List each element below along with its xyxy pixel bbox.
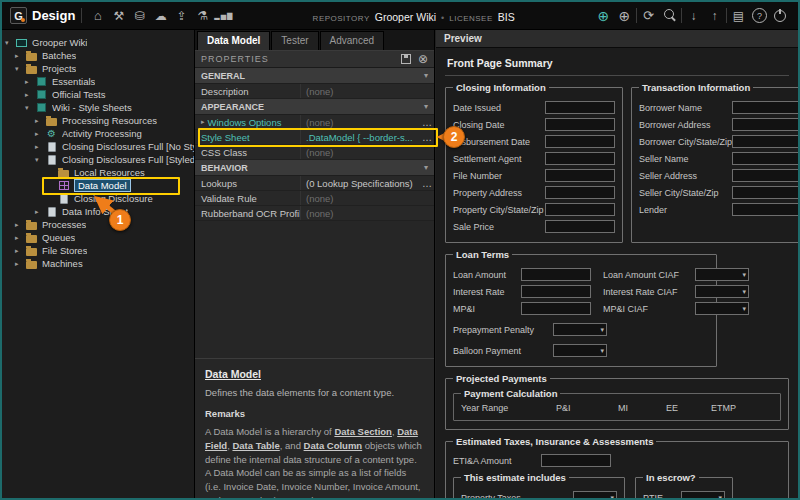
- tools-icon[interactable]: [109, 6, 128, 25]
- interest-rate-input[interactable]: [521, 285, 591, 298]
- tree-item-batches[interactable]: Batches: [2, 49, 194, 62]
- tree-item-closing-disclosures-full-no-style[interactable]: Closing Disclosures Full [No Style]: [2, 140, 194, 153]
- tree-item-wiki-style-sheets[interactable]: Wiki - Style Sheets: [2, 101, 194, 114]
- tree-item-file-stores[interactable]: File Stores: [2, 244, 194, 257]
- layers-icon[interactable]: [729, 6, 748, 25]
- section-behavior[interactable]: BEHAVIOR: [195, 160, 434, 176]
- tree-item-machines[interactable]: Machines: [2, 257, 194, 270]
- ellipsis-button[interactable]: [420, 117, 434, 128]
- close-icon[interactable]: [418, 53, 428, 65]
- section-appearance[interactable]: APPEARANCE: [195, 99, 434, 115]
- closing-date-input[interactable]: [545, 118, 615, 131]
- tab-data-model[interactable]: Data Model: [197, 31, 270, 50]
- cloud-upload-icon[interactable]: [151, 6, 170, 25]
- mpi-ciaf-select[interactable]: [695, 302, 749, 315]
- sale-price-input[interactable]: [545, 220, 615, 233]
- prepayment-penalty-select[interactable]: [553, 323, 607, 336]
- add-icon[interactable]: [594, 6, 613, 25]
- ellipsis-button[interactable]: [420, 178, 434, 189]
- disbursement-date-input[interactable]: [545, 135, 615, 148]
- ellipsis-button[interactable]: [420, 132, 434, 143]
- tree-item-processing-resources[interactable]: Processing Resources: [2, 114, 194, 127]
- help-icon[interactable]: [750, 6, 769, 25]
- search-icon[interactable]: [660, 6, 679, 25]
- tree-item-closing-disclosure[interactable]: Closing Disclosure: [2, 192, 194, 205]
- borrower-name-input[interactable]: [732, 101, 798, 114]
- property-windows-options[interactable]: Windows Options (none): [195, 115, 434, 130]
- property-rubberband-ocr-profile[interactable]: Rubberband OCR Profile (none): [195, 206, 434, 221]
- seller-name-input[interactable]: [732, 152, 798, 165]
- tree-item-data-info-sheet[interactable]: Data Info Sheet: [2, 205, 194, 218]
- seller-city-state-zip-input[interactable]: [732, 186, 798, 199]
- tree-item-projects[interactable]: Projects: [2, 62, 194, 75]
- ptie-select[interactable]: [681, 491, 725, 498]
- licensee-label: LICENSEE: [449, 14, 493, 23]
- tree-item-official-tests[interactable]: Official Tests: [2, 88, 194, 101]
- settlement-agent-input[interactable]: [545, 152, 615, 165]
- property-css-class[interactable]: CSS Class (none): [195, 145, 434, 160]
- save-icon[interactable]: [401, 54, 411, 64]
- balloon-payment-select[interactable]: [553, 344, 607, 357]
- link-data-column[interactable]: Data Column: [304, 440, 363, 451]
- home-icon[interactable]: [88, 6, 107, 25]
- project-icon: [35, 102, 48, 113]
- tree-item-data-model[interactable]: Data Model: [2, 179, 194, 192]
- database-icon[interactable]: [130, 6, 149, 25]
- expand-arrow[interactable]: [25, 101, 35, 114]
- interest-rate-ciaf-select[interactable]: [695, 285, 749, 298]
- power-icon[interactable]: [771, 6, 790, 25]
- link-data-table[interactable]: Data Table: [232, 440, 279, 451]
- property-taxes-select[interactable]: [573, 491, 617, 498]
- date-issued-input[interactable]: [545, 101, 615, 114]
- file-number-input[interactable]: [545, 169, 615, 182]
- tree-item-local-resources[interactable]: Local Resources: [2, 166, 194, 179]
- tree-item-queues[interactable]: Queues: [2, 231, 194, 244]
- stats-chart-icon[interactable]: [214, 6, 233, 25]
- expand-arrow[interactable]: [15, 244, 25, 257]
- property-validate-rule[interactable]: Validate Rule (none): [195, 191, 434, 206]
- expand-arrow[interactable]: [25, 75, 35, 88]
- download-icon[interactable]: [684, 6, 703, 25]
- expand-arrow[interactable]: [15, 49, 25, 62]
- mpi-input[interactable]: [521, 302, 591, 315]
- expand-arrow[interactable]: [25, 88, 35, 101]
- seller-address-input[interactable]: [732, 169, 798, 182]
- flask-icon[interactable]: [193, 6, 212, 25]
- expand-arrow[interactable]: [35, 140, 45, 153]
- add-secondary-icon[interactable]: [615, 6, 634, 25]
- refresh-icon[interactable]: [639, 6, 658, 25]
- expand-arrow[interactable]: [35, 153, 45, 166]
- tree-item-grooper-wiki[interactable]: Grooper Wiki: [2, 36, 194, 49]
- expand-arrow[interactable]: [15, 257, 25, 270]
- expand-arrow[interactable]: [5, 36, 15, 49]
- lender-input[interactable]: [732, 203, 798, 216]
- expand-arrow[interactable]: [15, 231, 25, 244]
- repository-value: Grooper Wiki: [375, 11, 436, 23]
- expand-arrow[interactable]: [15, 62, 25, 75]
- expand-arrow[interactable]: [201, 118, 205, 126]
- property-city-state-zip-input[interactable]: [545, 203, 615, 216]
- expand-arrow[interactable]: [35, 205, 45, 218]
- tree-item-processes[interactable]: Processes: [2, 218, 194, 231]
- property-lookups[interactable]: Lookups (0 Lookup Specifications): [195, 176, 434, 191]
- tree-item-essentials[interactable]: Essentials: [2, 75, 194, 88]
- export-icon[interactable]: [172, 6, 191, 25]
- expand-arrow[interactable]: [15, 218, 25, 231]
- tab-tester[interactable]: Tester: [271, 31, 318, 50]
- loan-amount-input[interactable]: [521, 268, 591, 281]
- section-general[interactable]: GENERAL: [195, 68, 434, 84]
- tree-item-closing-disclosures-full-styled[interactable]: Closing Disclosures Full [Styled]: [2, 153, 194, 166]
- upload-icon[interactable]: [705, 6, 724, 25]
- property-address-input[interactable]: [545, 186, 615, 199]
- borrower-city-state-zip-input[interactable]: [732, 135, 798, 148]
- etia-amount-input[interactable]: [541, 454, 611, 467]
- property-description[interactable]: Description (none): [195, 84, 434, 99]
- property-style-sheet[interactable]: Style Sheet .DataModel { --border-s...: [195, 130, 434, 145]
- loan-amount-ciaf-select[interactable]: [695, 268, 749, 281]
- expand-arrow[interactable]: [35, 127, 45, 140]
- tree-item-activity-processing[interactable]: Activity Processing: [2, 127, 194, 140]
- expand-arrow[interactable]: [35, 114, 45, 127]
- link-data-section[interactable]: Data Section: [334, 426, 392, 437]
- tab-advanced[interactable]: Advanced: [320, 31, 384, 50]
- borrower-address-input[interactable]: [732, 118, 798, 131]
